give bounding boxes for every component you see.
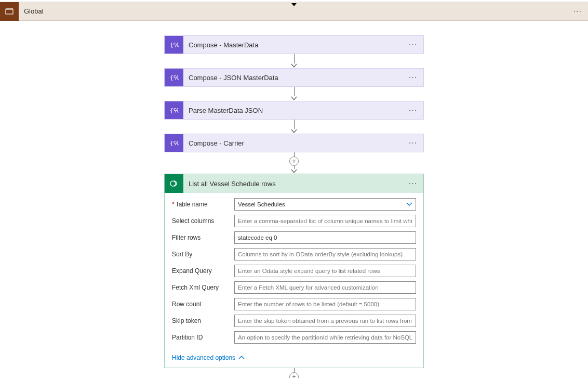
svg-text:{℆}: {℆} — [170, 107, 179, 114]
select-columns-input[interactable] — [234, 215, 416, 227]
sort-by-input[interactable] — [234, 248, 416, 260]
connector-arrow: + — [164, 368, 424, 378]
select-value: Vessel Schedules — [238, 201, 285, 207]
scope-bar-global[interactable]: Global ··· — [0, 2, 588, 21]
hide-advanced-options-toggle[interactable]: Hide advanced options — [165, 350, 423, 368]
toggle-label: Hide advanced options — [172, 354, 235, 361]
expand-query-input[interactable] — [234, 265, 416, 277]
action-compose-masterdata[interactable]: {℆} Compose - MasterData ··· — [164, 35, 424, 54]
scope-icon — [0, 2, 19, 21]
scope-more-menu[interactable]: ··· — [573, 2, 582, 21]
field-label: Select columns — [172, 217, 234, 225]
action-more-menu[interactable]: ··· — [409, 134, 417, 152]
action-title: Compose - MasterData — [183, 41, 423, 49]
field-label: Skip token — [172, 317, 234, 324]
field-partition-id: Partition ID — [172, 331, 416, 344]
action-title: Compose - Carrier — [183, 139, 423, 147]
compose-icon: {℆} — [165, 134, 183, 152]
action-header[interactable]: List all Vessel Schedule rows ··· — [165, 174, 423, 193]
partition-id-input[interactable] — [234, 331, 416, 344]
field-select-columns: Select columns — [172, 215, 416, 227]
field-label: Expand Query — [172, 267, 234, 275]
compose-icon: {℆} — [165, 101, 183, 119]
action-compose-json-masterdata[interactable]: {℆} Compose - JSON MasterData ··· — [164, 68, 424, 87]
dataverse-icon — [165, 174, 183, 193]
field-sort-by: Sort By — [172, 248, 416, 260]
field-label: Row count — [172, 301, 234, 308]
action-title: Compose - JSON MasterData — [183, 74, 423, 82]
field-fetch-xml: Fetch Xml Query — [172, 281, 416, 294]
skip-token-input[interactable] — [234, 315, 416, 327]
svg-text:{℆}: {℆} — [170, 140, 179, 147]
flow-column: {℆} Compose - MasterData ··· {℆} Compose… — [164, 35, 424, 378]
filter-rows-input[interactable] — [234, 231, 416, 244]
svg-rect-0 — [6, 9, 13, 14]
field-label: Fetch Xml Query — [172, 284, 234, 291]
chevron-down-icon — [406, 201, 412, 207]
field-table-name: *Table name Vessel Schedules — [172, 198, 416, 211]
chevron-up-icon — [238, 354, 245, 361]
connector-arrow: + — [164, 152, 424, 174]
svg-point-6 — [170, 181, 176, 186]
add-step-button[interactable]: + — [289, 157, 299, 166]
action-more-menu[interactable]: ··· — [409, 101, 417, 119]
field-skip-token: Skip token — [172, 315, 416, 327]
action-parse-masterdata-json[interactable]: {℆} Parse MasterData JSON ··· — [164, 101, 424, 120]
scope-label: Global — [19, 7, 49, 15]
svg-text:{℆}: {℆} — [170, 74, 179, 81]
action-title: Parse MasterData JSON — [183, 107, 423, 114]
connector-arrow — [164, 120, 424, 134]
incoming-arrow-head — [290, 2, 298, 9]
field-label: *Table name — [172, 201, 234, 208]
field-label: Partition ID — [172, 334, 234, 341]
action-compose-carrier[interactable]: {℆} Compose - Carrier ··· — [164, 134, 424, 152]
action-title: List all Vessel Schedule rows — [183, 180, 423, 188]
add-step-button[interactable]: + — [289, 372, 299, 378]
table-name-select[interactable]: Vessel Schedules — [234, 198, 416, 211]
action-more-menu[interactable]: ··· — [409, 36, 417, 54]
compose-icon: {℆} — [165, 69, 183, 86]
field-filter-rows: Filter rows — [172, 231, 416, 244]
svg-text:{℆}: {℆} — [170, 42, 179, 48]
compose-icon: {℆} — [165, 36, 183, 54]
connector-arrow — [164, 87, 424, 101]
action-more-menu[interactable]: ··· — [409, 69, 417, 86]
field-label: Filter rows — [172, 234, 234, 241]
connector-arrow — [164, 54, 424, 68]
field-expand-query: Expand Query — [172, 265, 416, 277]
action-list-vessel-schedule-rows: List all Vessel Schedule rows ··· *Table… — [164, 174, 424, 368]
fetch-xml-input[interactable] — [234, 281, 416, 294]
row-count-input[interactable] — [234, 298, 416, 310]
field-row-count: Row count — [172, 298, 416, 310]
action-more-menu[interactable]: ··· — [409, 174, 417, 193]
action-body: *Table name Vessel Schedules Select colu… — [165, 193, 423, 350]
field-label: Sort By — [172, 251, 234, 258]
